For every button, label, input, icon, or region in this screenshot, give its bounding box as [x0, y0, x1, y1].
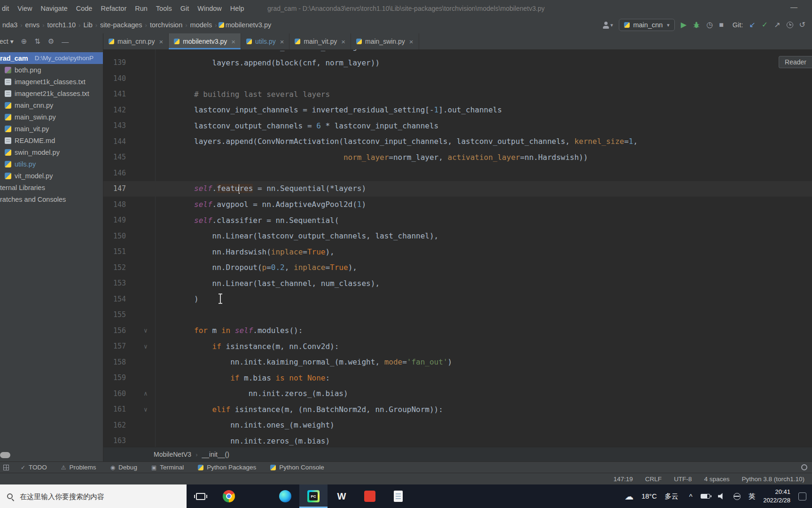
- code-line-139[interactable]: 139 layers.append(block(cnf, norm_layer)…: [103, 55, 812, 71]
- status-CRLF[interactable]: CRLF: [645, 476, 662, 483]
- menu-item-navigate[interactable]: Navigate: [37, 5, 72, 12]
- menu-item-code[interactable]: Code: [72, 5, 97, 12]
- tree-item-ternal-Libraries[interactable]: ternal Libraries: [0, 182, 103, 193]
- tree-item-imagenet1k_classes.txt[interactable]: imagenet1k_classes.txt: [0, 76, 103, 87]
- taskbar-app-doc[interactable]: [384, 484, 412, 508]
- code-editor[interactable]: 138 for cnf in inverted_residual_setting…: [103, 49, 812, 447]
- line-number[interactable]: 152: [103, 263, 126, 272]
- run-config-selector[interactable]: main_cnn ▾: [619, 19, 674, 31]
- menu-item-git[interactable]: Git: [176, 5, 194, 12]
- clock[interactable]: 20:41 2022/2/28: [763, 488, 790, 505]
- tree-item-imagenet21k_classes.txt[interactable]: imagenet21k_classes.txt: [0, 87, 103, 99]
- stop-button[interactable]: ■: [719, 21, 724, 29]
- breadcrumb-item[interactable]: mobilenetv3.py: [224, 21, 273, 29]
- line-number[interactable]: 147: [103, 184, 126, 193]
- code-line-155[interactable]: 155: [103, 307, 812, 323]
- battery-icon[interactable]: [701, 494, 710, 499]
- breadcrumb-item[interactable]: torch1.10: [46, 21, 77, 29]
- code-line-162[interactable]: 162 nn.init.ones_(m.weight): [103, 417, 812, 433]
- taskbar-app-pycharm[interactable]: PC: [299, 484, 328, 508]
- code-line-163[interactable]: 163 nn.init.zeros_(m.bias): [103, 433, 812, 447]
- hidden-icons-chevron[interactable]: ^: [689, 492, 693, 500]
- code-line-149[interactable]: 149 self.classifier = nn.Sequential(: [103, 213, 812, 229]
- code-line-157[interactable]: 157∨ if isinstance(m, nn.Conv2d):: [103, 339, 812, 355]
- breadcrumb-item[interactable]: envs: [24, 21, 41, 29]
- line-number[interactable]: 140: [103, 74, 126, 83]
- code-line-156[interactable]: 156∨ for m in self.modules():: [103, 323, 812, 339]
- breadcrumb-item[interactable]: site-packages: [99, 21, 143, 29]
- line-number[interactable]: 160: [103, 389, 126, 398]
- profiler-button[interactable]: ◷: [706, 21, 713, 29]
- event-log-icon[interactable]: [801, 464, 807, 470]
- code-line-151[interactable]: 151 nn.Hardswish(inplace=True),: [103, 244, 812, 260]
- line-number[interactable]: 146: [103, 169, 126, 177]
- close-tab-icon[interactable]: ×: [280, 38, 284, 46]
- code-line-152[interactable]: 152 nn.Dropout(p=0.2, inplace=True),: [103, 260, 812, 276]
- fold-marker-icon[interactable]: ∨: [126, 343, 155, 350]
- taskbar-app-wps[interactable]: W: [328, 484, 356, 508]
- tool-window-debug[interactable]: ◉Debug: [103, 462, 144, 473]
- debug-button[interactable]: [693, 21, 700, 29]
- tree-item-vit_model.py[interactable]: vit_model.py: [0, 170, 103, 182]
- panel-scrollbar[interactable]: [0, 452, 10, 458]
- code-line-146[interactable]: 146: [103, 165, 812, 181]
- history-button[interactable]: [787, 22, 793, 28]
- taskbar-app-chrome[interactable]: [215, 484, 243, 508]
- code-line-150[interactable]: 150 nn.Linear(lastconv_output_channels, …: [103, 228, 812, 244]
- menu-item-view[interactable]: View: [13, 5, 36, 12]
- code-line-158[interactable]: 158 nn.init.kaiming_normal_(m.weight, mo…: [103, 354, 812, 370]
- tool-window-todo[interactable]: ✓TODO: [14, 462, 54, 473]
- taskbar-app-adobe[interactable]: [356, 484, 384, 508]
- status-UTF-8[interactable]: UTF-8: [674, 476, 692, 483]
- fold-marker-icon[interactable]: ∨: [126, 406, 155, 413]
- code-line-161[interactable]: 161∨ elif isinstance(m, (nn.BatchNorm2d,…: [103, 402, 812, 418]
- tool-windows-grid-icon[interactable]: [3, 465, 9, 470]
- menu-item-dit[interactable]: dit: [0, 5, 13, 12]
- tree-item-main_swin.py[interactable]: main_swin.py: [0, 111, 103, 123]
- tab-utils.py[interactable]: utils.py×: [241, 33, 289, 49]
- tool-window-python-packages[interactable]: Python Packages: [191, 462, 263, 473]
- locate-file-icon[interactable]: ⊕: [21, 37, 27, 46]
- line-number[interactable]: 151: [103, 247, 126, 256]
- line-number[interactable]: 148: [103, 200, 126, 209]
- line-number[interactable]: 155: [103, 310, 126, 319]
- task-view-button[interactable]: [187, 484, 215, 508]
- status-4-spaces[interactable]: 4 spaces: [704, 476, 729, 483]
- tab-main_cnn.py[interactable]: main_cnn.py×: [103, 33, 169, 49]
- code-line-144[interactable]: 144 layers.append(ConvNormActivation(las…: [103, 134, 812, 150]
- line-number[interactable]: 142: [103, 106, 126, 114]
- notification-center-icon[interactable]: [798, 492, 806, 500]
- line-number[interactable]: 149: [103, 216, 126, 224]
- line-number[interactable]: 145: [103, 153, 126, 161]
- gear-icon[interactable]: ⚙: [48, 37, 54, 46]
- editor-breadcrumb-item[interactable]: __init__(): [201, 451, 231, 458]
- code-line-148[interactable]: 148 self.avgpool = nn.AdaptiveAvgPool2d(…: [103, 197, 812, 213]
- menu-item-refactor[interactable]: Refactor: [96, 5, 131, 12]
- expand-collapse-icon[interactable]: ⇅: [34, 37, 40, 46]
- code-line-140[interactable]: 140: [103, 71, 812, 87]
- weather-cloud-icon[interactable]: ☁: [625, 491, 633, 502]
- close-tab-icon[interactable]: ×: [159, 38, 163, 46]
- menu-item-window[interactable]: Window: [193, 5, 226, 12]
- status-Python-3-8--torch1-10-[interactable]: Python 3.8 (torch1.10): [742, 476, 804, 483]
- tree-item-main_vit.py[interactable]: main_vit.py: [0, 123, 103, 135]
- tree-item-both.png[interactable]: both.png: [0, 64, 103, 76]
- tree-item-utils.py[interactable]: utils.py: [0, 158, 103, 170]
- line-number[interactable]: 143: [103, 121, 126, 130]
- input-language-indicator[interactable]: 英: [749, 492, 756, 501]
- close-tab-icon[interactable]: ×: [409, 38, 414, 46]
- line-number[interactable]: 163: [103, 437, 126, 445]
- taskbar-app-edge[interactable]: [271, 484, 299, 508]
- tab-mobilenetv3.py[interactable]: mobilenetv3.py×: [169, 33, 241, 49]
- reader-mode-popup[interactable]: Reader: [779, 56, 812, 68]
- user-account-button[interactable]: ▾: [602, 22, 613, 29]
- tab-main_swin.py[interactable]: main_swin.py×: [351, 33, 419, 49]
- close-tab-icon[interactable]: ×: [231, 38, 235, 46]
- minimize-button[interactable]: —: [786, 0, 802, 14]
- code-line-138[interactable]: 138 for cnf in inverted_residual_setting…: [103, 49, 812, 55]
- code-line-160[interactable]: 160∧ nn.init.zeros_(m.bias): [103, 386, 812, 402]
- push-button[interactable]: ↗: [774, 21, 780, 29]
- commit-button[interactable]: ✓: [762, 21, 768, 29]
- line-number[interactable]: 144: [103, 137, 126, 146]
- tree-item-ratches-and-Consoles[interactable]: ratches and Consoles: [0, 193, 103, 205]
